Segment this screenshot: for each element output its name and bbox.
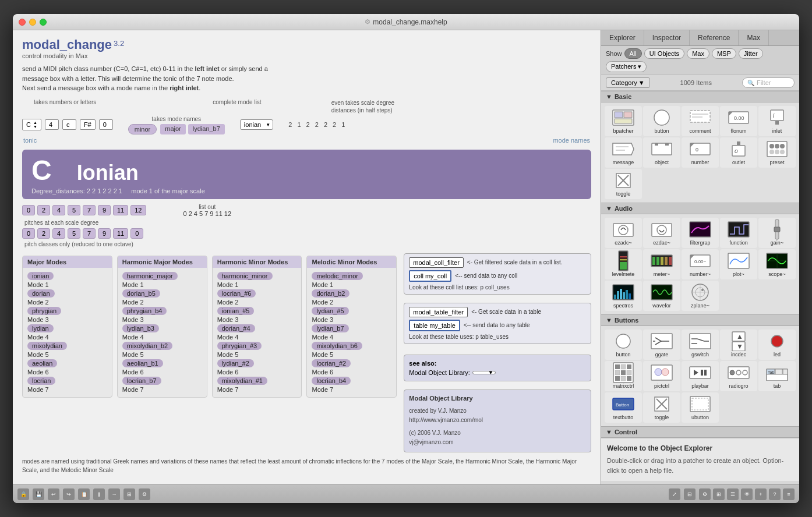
filter-box[interactable]: 🔍 Filter	[742, 77, 795, 88]
obj-plot[interactable]: plot~	[720, 249, 757, 279]
obj-ezdac[interactable]: ezdac~	[643, 218, 680, 248]
minimize-button[interactable]	[29, 19, 36, 26]
show-max-btn[interactable]: Max	[687, 48, 709, 59]
obj-playbar[interactable]: playbar	[682, 361, 719, 391]
phrygian-item[interactable]: phrygian	[27, 307, 61, 315]
lydian-b3-item[interactable]: lydian_b3	[122, 324, 159, 332]
obj-outlet[interactable]: o outlet	[720, 137, 757, 168]
show-patchers-btn[interactable]: Patchers ▾	[606, 61, 647, 72]
forward-icon[interactable]: →	[108, 488, 120, 500]
phrygian-s3-item[interactable]: phrygian_#3	[217, 342, 262, 350]
lydian-s5-item[interactable]: lydian_#5	[312, 307, 348, 315]
obj-ggate[interactable]: ggate	[643, 330, 680, 360]
locrian-item[interactable]: locrian	[27, 377, 55, 385]
mixolydian-b2-item[interactable]: mixolydian_b2	[122, 342, 172, 350]
show-ui-btn[interactable]: UI Objects	[644, 48, 684, 59]
category-btn[interactable]: Category ▼	[606, 77, 650, 88]
obj-function[interactable]: function	[720, 218, 757, 248]
settings-icon[interactable]: ⚙	[139, 488, 150, 500]
melodic-minor-item[interactable]: melodic_minor	[312, 272, 363, 280]
lydian-b7-item[interactable]: lydian_b7	[312, 324, 348, 332]
lydian-s2-item[interactable]: lydian_#2	[217, 359, 254, 367]
num-box-2[interactable]: c	[62, 119, 76, 130]
coll-my-coll-obj[interactable]: coll my_coll	[409, 270, 451, 282]
show-msp-btn[interactable]: MSP	[712, 48, 736, 59]
menu-icon[interactable]: ≡	[783, 488, 795, 500]
num-box-4[interactable]: 0	[99, 119, 113, 130]
obj-radiogro[interactable]: radiogro	[720, 361, 757, 391]
ionian-item[interactable]: ionian	[27, 272, 54, 280]
phrygian-b4-item[interactable]: phrygian_b4	[122, 307, 167, 315]
ionian-select[interactable]: ionian ▼	[240, 119, 273, 130]
obj-levelmete[interactable]: levelmete	[605, 249, 642, 279]
tab-reference[interactable]: Reference	[690, 30, 739, 45]
obj-pictctrl[interactable]: pictctrl	[643, 361, 680, 391]
dorian-b5-item[interactable]: dorian_b5	[122, 289, 160, 298]
dorian-s4-item[interactable]: dorian_#4	[217, 324, 255, 332]
obj-object[interactable]: object	[643, 137, 680, 168]
close-button[interactable]	[19, 19, 26, 26]
obj-preset[interactable]: preset	[758, 137, 796, 168]
obj-gain[interactable]: gain~	[758, 218, 796, 248]
locrian-b4-item[interactable]: locrian_b4	[312, 377, 351, 385]
locrian-s2-item[interactable]: locrian_#2	[312, 359, 351, 367]
modal-coll-filter-obj[interactable]: modal_coll_filter	[409, 257, 463, 268]
lydian-b7-pill[interactable]: lydian_b7	[188, 124, 225, 134]
obj-ubutton[interactable]: ubutton	[682, 392, 719, 423]
expand-icon[interactable]: ⤢	[669, 488, 680, 500]
lock-icon[interactable]: 🔒	[17, 488, 29, 500]
modal-table-filter-obj[interactable]: modal_table_filter	[409, 307, 468, 317]
obj-button[interactable]: button	[643, 106, 680, 136]
mixolydian-item[interactable]: mixolydian	[27, 342, 67, 350]
obj-message[interactable]: message	[605, 137, 642, 168]
table-my-table-obj[interactable]: table my_table	[409, 320, 460, 331]
show-jitter-btn[interactable]: Jitter	[739, 48, 763, 59]
obj-matrixctrl[interactable]: matrixctrl	[605, 361, 642, 391]
plus-icon[interactable]: +	[755, 488, 767, 500]
ionian-s5-item[interactable]: ionian_#5	[217, 307, 255, 315]
obj-wavefor[interactable]: wavefor	[643, 281, 680, 311]
mixolydian-s1-item[interactable]: mixolydian_#1	[217, 377, 267, 385]
note-selector[interactable]: C ▲ ▼	[22, 119, 41, 130]
dorian-b2-item[interactable]: dorian_b2	[312, 289, 349, 298]
num-box-3[interactable]: F#	[80, 119, 96, 130]
obj-led[interactable]: led	[758, 330, 796, 360]
save-icon[interactable]: 💾	[33, 488, 44, 500]
locrian-s6-item[interactable]: locrian_#6	[217, 289, 256, 298]
obj-button-plain[interactable]: button	[605, 330, 642, 360]
harmonic-major-item[interactable]: harmonic_major	[122, 272, 178, 280]
dorian-item[interactable]: dorian	[27, 289, 55, 298]
lydian-item[interactable]: lydian	[27, 324, 54, 332]
obj-textbutto[interactable]: Button textbutto	[605, 392, 642, 423]
aeolian-b1-item[interactable]: aeolian_b1	[122, 359, 163, 367]
obj-filtergrap[interactable]: filtergrap	[682, 218, 719, 248]
obj-gswitch[interactable]: gswitch	[682, 330, 719, 360]
note-down[interactable]: ▼	[33, 125, 37, 129]
grid2-icon[interactable]: ⊞	[713, 488, 725, 500]
tab-explorer[interactable]: Explorer	[601, 30, 644, 45]
help-icon[interactable]: ?	[769, 488, 781, 500]
obj-comment[interactable]: comment	[682, 106, 719, 136]
obj-scope[interactable]: scope~	[758, 249, 796, 279]
obj-tab[interactable]: Tab tab	[758, 361, 796, 391]
obj-toggle-plain[interactable]: toggle	[643, 392, 680, 423]
see-also-select[interactable]: ▼	[472, 371, 496, 374]
num-box-1[interactable]: 4	[45, 119, 59, 130]
tab-inspector[interactable]: Inspector	[644, 30, 690, 45]
obj-flonum[interactable]: 0.00 flonum	[720, 106, 757, 136]
maximize-button[interactable]	[40, 19, 47, 26]
aeolian-item[interactable]: aeolian	[27, 359, 57, 367]
copy-icon[interactable]: 📋	[78, 488, 90, 500]
obj-inlet[interactable]: i inlet	[758, 106, 796, 136]
major-pill[interactable]: major	[160, 124, 186, 134]
eye-icon[interactable]: 👁	[741, 488, 753, 500]
obj-incdec[interactable]: ▲ ▼ incdec	[720, 330, 757, 360]
minor-pill[interactable]: minor	[128, 124, 157, 134]
obj-spectros[interactable]: spectros	[605, 281, 642, 311]
show-all-btn[interactable]: All	[624, 48, 642, 59]
columns-icon[interactable]: ⊟	[684, 488, 696, 500]
gear-icon[interactable]: ⚙	[699, 488, 711, 500]
obj-ezadc[interactable]: ezadc~	[605, 218, 642, 248]
obj-toggle[interactable]: toggle	[605, 169, 642, 199]
tab-max[interactable]: Max	[739, 30, 769, 45]
